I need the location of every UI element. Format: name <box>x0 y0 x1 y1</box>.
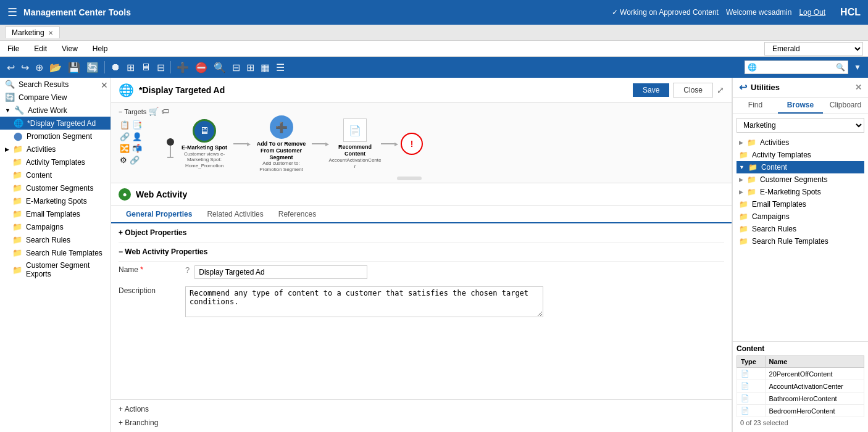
right-tabs: Find Browse Clipboard <box>733 98 868 114</box>
right-folder-search-rule-templates[interactable]: 📁 Search Rule Templates <box>737 235 864 247</box>
sidebar-item-promotion-segment[interactable]: ⬤ Promotion Segment <box>0 130 111 143</box>
sidebar-item-search-rules[interactable]: 📁 Search Rules <box>0 233 111 246</box>
target-icon-1[interactable]: 🛒 <box>149 107 159 116</box>
tab-general-properties[interactable]: General Properties <box>119 206 199 223</box>
right-sidebar: ↩ Utilities ✕ Find Browse Clipboard Mark… <box>732 78 868 432</box>
wf-icon-a1[interactable]: 📋 <box>120 120 130 130</box>
right-folder-content[interactable]: ▼ 📁 Content <box>737 161 864 173</box>
name-input[interactable] <box>194 265 367 279</box>
description-textarea[interactable]: Recommend any type of content to a custo… <box>185 286 543 317</box>
right-folder-emarketing-spots[interactable]: ▶ 📁 E-Marketing Spots <box>737 186 864 198</box>
web-activity-props-header[interactable]: − Web Activity Properties <box>119 243 724 262</box>
sidebar-item-content[interactable]: 📁 Content <box>0 168 111 181</box>
sidebar-item-search-rule-templates[interactable]: 📁 Search Rule Templates <box>0 246 111 259</box>
toolbar-new-icon[interactable]: ⊕ <box>33 60 45 75</box>
emarketing-spots-folder-icon: 📁 <box>12 196 22 206</box>
wf-icon-a2[interactable]: 📑 <box>132 120 142 130</box>
sidebar-item-customer-segments[interactable]: 📁 Customer Segments <box>0 181 111 194</box>
tab-clipboard[interactable]: Clipboard <box>823 98 868 114</box>
toolbar-monitor-icon[interactable]: 🖥 <box>139 60 152 74</box>
table-row[interactable]: 📄 20PercentOffContent <box>737 368 864 380</box>
theme-select[interactable]: Emerald <box>764 42 863 56</box>
globe-search-icon: 🌐 <box>748 63 757 72</box>
tab-related-activities[interactable]: Related Activities <box>199 206 270 222</box>
toolbar-folder-icon[interactable]: 📂 <box>48 60 64 75</box>
toolbar-dropdown-icon[interactable]: ▼ <box>852 62 863 73</box>
toolbar-record-icon[interactable]: ⏺ <box>109 60 122 74</box>
name-help-icon[interactable]: ? <box>185 265 190 275</box>
sidebar-item-display-targeted-ad[interactable]: 🌐 *Display Targeted Ad <box>0 117 111 130</box>
search-input[interactable] <box>759 63 833 72</box>
sidebar-item-customer-segment-exports[interactable]: 📁 Customer Segment Exports <box>0 259 111 280</box>
toolbar-refresh-icon[interactable]: 🔄 <box>85 60 101 75</box>
toolbar-forward-icon[interactable]: ↪ <box>19 60 31 75</box>
wf-icon-b2[interactable]: 👤 <box>132 132 142 141</box>
warning-node[interactable]: ! <box>401 133 423 155</box>
menu-edit[interactable]: Edit <box>31 43 49 54</box>
toolbar-split-icon[interactable]: ⊞ <box>244 60 256 75</box>
toolbar-minus-icon[interactable]: ⛔ <box>193 60 209 75</box>
right-folder-campaigns[interactable]: 📁 Campaigns <box>737 210 864 223</box>
tab-close-icon[interactable]: ✕ <box>48 30 53 36</box>
menu-view[interactable]: View <box>59 43 80 54</box>
row-name-2: AccountActivationCenter <box>765 380 864 393</box>
marketing-select[interactable]: Marketing <box>737 118 864 133</box>
toolbar-separator-1 <box>104 61 105 73</box>
sidebar-label-activities: Activities <box>27 145 56 154</box>
toolbar-merge-icon[interactable]: ▦ <box>259 60 272 75</box>
sidebar-item-emarketing-spots[interactable]: 📁 E-Marketing Spots <box>0 194 111 207</box>
sidebar-item-activities[interactable]: ▶ 📁 Activities <box>0 143 111 156</box>
wf-icon-b1[interactable]: 🔗 <box>120 132 130 141</box>
tab-find[interactable]: Find <box>733 98 778 114</box>
row-name-1: 20PercentOffContent <box>765 368 864 380</box>
activities-folder-icon: 📁 <box>13 144 23 154</box>
toolbar-grid-icon[interactable]: ⊞ <box>125 60 136 75</box>
save-button[interactable]: Save <box>633 83 669 97</box>
toolbar-separator-2 <box>170 61 171 73</box>
toolbar-list-icon[interactable]: ☰ <box>274 60 286 75</box>
branching-item[interactable]: + Branching <box>119 417 724 428</box>
wf-icon-d2[interactable]: 🔗 <box>130 156 140 165</box>
menu-help[interactable]: Help <box>90 43 111 54</box>
sidebar-item-compare-view[interactable]: 🔄 Compare View <box>0 91 111 104</box>
actions-item[interactable]: + Actions <box>119 404 724 415</box>
wf-icon-c1[interactable]: 🔀 <box>120 144 130 153</box>
sidebar-item-campaigns[interactable]: 📁 Campaigns <box>0 220 111 233</box>
toolbar-table-icon[interactable]: ⊟ <box>230 60 242 75</box>
description-label: Description <box>119 286 180 295</box>
close-button[interactable]: Close <box>673 83 713 98</box>
tab-browse[interactable]: Browse <box>778 98 823 114</box>
menu-right: Emerald <box>764 42 863 56</box>
sidebar-item-active-work[interactable]: ▼ 🔧 Active Work <box>0 104 111 117</box>
right-folder-search-rules[interactable]: 📁 Search Rules <box>737 223 864 235</box>
table-row[interactable]: 📄 BedroomHeroContent <box>737 405 864 417</box>
wf-icon-d1[interactable]: ⚙ <box>120 156 127 165</box>
sidebar-close-icon[interactable]: ✕ <box>101 80 108 90</box>
workflow-globe-icon: 🌐 <box>119 83 134 98</box>
right-folder-activity-templates[interactable]: 📁 Activity Templates <box>737 149 864 161</box>
right-folder-activities[interactable]: ▶ 📁 Activities <box>737 136 864 149</box>
tab-references[interactable]: References <box>271 206 323 222</box>
toolbar-layout-icon[interactable]: ⊟ <box>155 60 167 75</box>
table-row[interactable]: 📄 BathroomHeroContent <box>737 393 864 405</box>
marketing-tab[interactable]: Marketing ✕ <box>5 27 60 38</box>
sidebar-item-search-results[interactable]: 🔍 Search Results <box>0 78 111 91</box>
toolbar-back-icon[interactable]: ↩ <box>5 60 17 75</box>
sidebar-item-activity-templates[interactable]: 📁 Activity Templates <box>0 156 111 168</box>
target-icon-2[interactable]: 🏷 <box>161 107 169 116</box>
toolbar-add-icon[interactable]: ➕ <box>175 60 191 75</box>
toolbar-save-icon[interactable]: 💾 <box>66 60 82 75</box>
hamburger-icon[interactable]: ☰ <box>7 6 17 19</box>
right-folder-customer-segments[interactable]: ▶ 📁 Customer Segments <box>737 173 864 186</box>
right-sidebar-close-icon[interactable]: ✕ <box>855 83 862 92</box>
sidebar-item-email-templates[interactable]: 📁 Email Templates <box>0 207 111 220</box>
toolbar-search-icon[interactable]: 🔍 <box>212 60 228 75</box>
right-folder-email-templates[interactable]: 📁 Email Templates <box>737 198 864 210</box>
expand-icon[interactable]: ⤢ <box>717 85 724 95</box>
logout-link[interactable]: Log Out <box>799 8 825 17</box>
object-properties-header[interactable]: + Object Properties <box>119 223 724 243</box>
table-row[interactable]: 📄 AccountActivationCenter <box>737 380 864 393</box>
wf-icon-c2[interactable]: 📬 <box>132 144 142 153</box>
menu-file[interactable]: File <box>5 43 22 54</box>
search-magnify-icon[interactable]: 🔍 <box>836 63 845 72</box>
